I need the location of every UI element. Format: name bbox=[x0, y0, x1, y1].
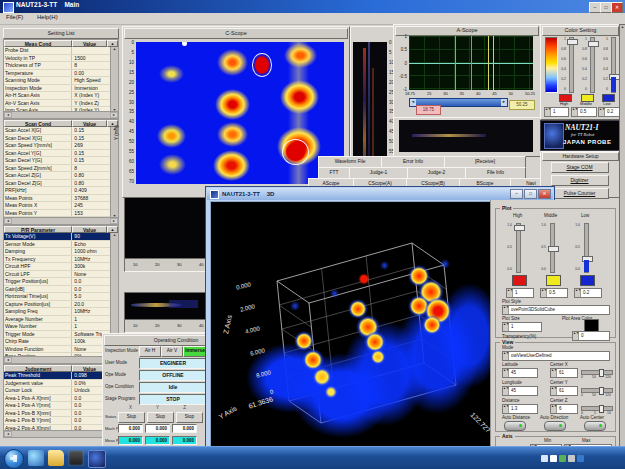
tray-status-icon[interactable] bbox=[559, 455, 566, 462]
table-row[interactable]: Meas Points X 245 bbox=[4, 202, 111, 210]
auto-center-toggle[interactable] bbox=[584, 421, 606, 431]
table-row[interactable]: Meas Points Y 153 bbox=[4, 210, 111, 218]
table-row[interactable]: Tx Frequency 10MHz bbox=[4, 256, 111, 264]
table-row[interactable]: Scan Speed Y[mm/s] 269 bbox=[4, 142, 111, 150]
middle-slider[interactable] bbox=[550, 223, 555, 273]
ascope-plot[interactable] bbox=[409, 36, 533, 90]
center-z-spinner[interactable]: ▲▼6 bbox=[550, 404, 578, 414]
table-row[interactable]: Area-1 Pos-B Y[mm] 0.0 bbox=[4, 417, 111, 425]
table-row[interactable]: Circuit HPF 300k bbox=[4, 263, 111, 271]
high-slider[interactable] bbox=[516, 223, 521, 273]
table-row[interactable]: Average Number 1 bbox=[4, 316, 111, 324]
table-row[interactable]: Meas Points 37688 bbox=[4, 195, 111, 203]
table-row[interactable]: Trigger Mode Software Trigg bbox=[4, 331, 111, 339]
cursor-green[interactable] bbox=[493, 36, 494, 90]
table-row[interactable]: Thickness of TP 8 bbox=[4, 62, 111, 70]
air-h-button[interactable]: Air H bbox=[139, 346, 161, 357]
view-mode-combo[interactable]: ▲▼owViewUserDefined bbox=[502, 351, 610, 361]
latitude-spinner[interactable]: ▲▼45 bbox=[502, 368, 538, 378]
low-slider[interactable] bbox=[584, 223, 589, 273]
horizontal-scrollbar[interactable]: ◄► bbox=[4, 111, 118, 118]
table-row[interactable]: Air-V Scan Axis Y (Index Z) bbox=[4, 100, 111, 108]
plot-size-spinner[interactable]: ▲▼1 bbox=[502, 322, 542, 332]
tray-volume-icon[interactable] bbox=[568, 455, 575, 462]
tray-network-icon[interactable] bbox=[577, 455, 584, 462]
level-swatch[interactable] bbox=[580, 275, 595, 286]
main-titlebar[interactable]: NAUT21-3-TT Main – □ ✕ bbox=[0, 0, 625, 13]
level-spinner[interactable]: ▲▼1 bbox=[506, 288, 534, 298]
main-vertical-scrollbar[interactable]: ▲ bbox=[619, 24, 625, 447]
table-header[interactable]: P/R Parameter Value ▲ bbox=[4, 226, 118, 233]
plot-style-combo[interactable]: ▲▼ovePoint3DSolidCube bbox=[502, 305, 610, 315]
close-icon[interactable]: ✕ bbox=[538, 189, 551, 199]
hardware-button[interactable]: Digitizer bbox=[551, 175, 609, 186]
table-header[interactable]: Meas Cond Value ▲ bbox=[4, 40, 118, 47]
taskbar-app-icon[interactable] bbox=[68, 450, 84, 466]
ascope-min-valuebox[interactable]: 18.75 bbox=[416, 105, 441, 115]
auto-distance-toggle[interactable] bbox=[504, 421, 526, 431]
table-row[interactable]: Temperature 0.00 bbox=[4, 70, 111, 78]
table-row[interactable]: Scan Decel Z[G] 0.80 bbox=[4, 180, 111, 188]
maximize-button[interactable]: □ bbox=[524, 189, 537, 199]
folder-icon[interactable] bbox=[48, 450, 64, 466]
table-row[interactable]: Sensor Mode Echo bbox=[4, 241, 111, 249]
table-row[interactable]: Trigger Position[us] 0.0 bbox=[4, 278, 111, 286]
hardware-button[interactable]: Stage COM bbox=[551, 162, 609, 173]
close-button[interactable]: ✕ bbox=[611, 2, 623, 13]
level-spinner[interactable]: ▲▼0.2 bbox=[574, 288, 602, 298]
cscope-plot[interactable] bbox=[136, 42, 344, 184]
table-row[interactable]: Circuit LPF None bbox=[4, 271, 111, 279]
tray-language-icon[interactable] bbox=[550, 455, 557, 462]
level-swatch[interactable] bbox=[512, 275, 527, 286]
distance-spinner[interactable]: ▲▼1.3 bbox=[502, 404, 538, 414]
horizontal-scrollbar[interactable]: ◄► bbox=[4, 356, 118, 363]
level-spinner[interactable]: ▲▼1 bbox=[544, 107, 569, 117]
ascope-max-valuebox[interactable]: 50.25 bbox=[509, 100, 535, 110]
table-row[interactable]: Scan Accel Y[G] 0.15 bbox=[4, 150, 111, 158]
naut-app-button[interactable] bbox=[88, 450, 106, 468]
taskbar-app-icon[interactable] bbox=[28, 450, 44, 466]
table-row[interactable]: Scan Decel X[G] 0.15 bbox=[4, 135, 111, 143]
low-slider[interactable] bbox=[611, 37, 616, 93]
tray-ime-icon[interactable] bbox=[541, 455, 548, 462]
table-row[interactable]: Horizontal Time[us] 5.0 bbox=[4, 293, 111, 301]
transparency-spinner[interactable]: ▲▼0 bbox=[572, 331, 610, 341]
table-row[interactable]: Area-1 Pos-A X[mm] 0.0 bbox=[4, 395, 111, 403]
table-row[interactable]: Scan Speed Z[mm/s] 8 bbox=[4, 165, 111, 173]
table-row[interactable]: Air-H Scan Axis X (Index Y) bbox=[4, 92, 111, 100]
horizontal-scrollbar[interactable]: ◄► bbox=[4, 217, 118, 224]
table-row[interactable]: Wave Number 1 bbox=[4, 323, 111, 331]
fft-plot[interactable] bbox=[399, 120, 533, 152]
level-spinner[interactable]: ▲▼0.5 bbox=[540, 288, 568, 298]
table-row[interactable]: Chirp Rate 100k bbox=[4, 338, 111, 346]
hardware-button[interactable]: Pulse Counter bbox=[551, 188, 609, 199]
vertical-scrollbar[interactable]: ▲▼ bbox=[110, 47, 118, 112]
table-row[interactable]: Inspection Mode Immersion bbox=[4, 85, 111, 93]
table-row[interactable]: Peak Threshold 0.098 bbox=[4, 372, 111, 380]
cursor-yellow[interactable] bbox=[488, 36, 489, 90]
auto-direction-toggle[interactable] bbox=[544, 421, 566, 431]
high-slider[interactable] bbox=[569, 37, 574, 93]
bscope2-plot[interactable] bbox=[124, 197, 206, 259]
window-3d-titlebar[interactable]: NAUT21-3-TT 3D bbox=[207, 188, 553, 200]
table-row[interactable]: Tx Voltage(V) 90 bbox=[4, 233, 111, 241]
longitude-spinner[interactable]: ▲▼45 bbox=[502, 386, 538, 396]
table-row[interactable]: PRF[kHz] 0.409 bbox=[4, 187, 111, 195]
table-row[interactable]: Probe Dist bbox=[4, 47, 111, 55]
table-row[interactable]: Scan Accel X[G] 0.15 bbox=[4, 127, 111, 135]
table-row[interactable]: Scan Decel Y[G] 0.15 bbox=[4, 157, 111, 165]
table-row[interactable]: Capture Position[us] 20.0 bbox=[4, 301, 111, 309]
table-row[interactable]: Scanning Mode High Speed bbox=[4, 77, 111, 85]
menu-help[interactable]: Help(H) bbox=[31, 13, 64, 21]
level-swatch[interactable] bbox=[546, 275, 561, 286]
table-row[interactable]: Area-1 Pos-B X[mm] 0.0 bbox=[4, 410, 111, 418]
menu-file[interactable]: File(F) bbox=[0, 13, 29, 21]
table-row[interactable]: Area-1 Pos-A Y[mm] 0.0 bbox=[4, 402, 111, 410]
horizontal-scrollbar[interactable]: ◄► bbox=[4, 430, 118, 437]
immerse-button[interactable]: Immerse bbox=[183, 346, 207, 357]
middle-slider[interactable] bbox=[590, 37, 595, 93]
start-button[interactable] bbox=[4, 449, 24, 469]
cursor-red[interactable] bbox=[455, 36, 456, 90]
cursor-teal[interactable] bbox=[471, 36, 472, 90]
table-row[interactable]: Scan Accel Z[G] 0.80 bbox=[4, 172, 111, 180]
